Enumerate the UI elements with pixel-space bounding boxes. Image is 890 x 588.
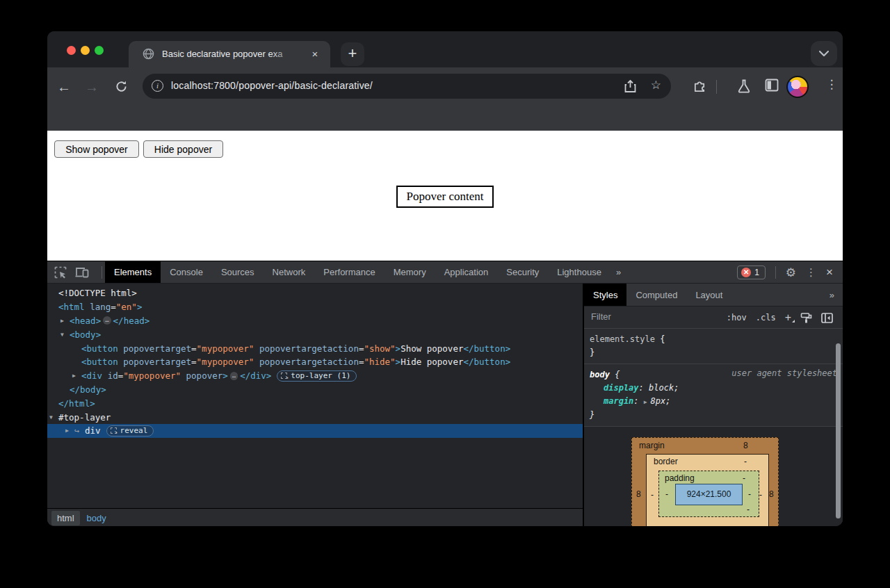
zoom-window-button[interactable] <box>95 46 104 55</box>
devtools-tab-security[interactable]: Security <box>497 261 548 283</box>
devtools-tab-performance[interactable]: Performance <box>314 261 384 283</box>
dom-badge-reveal[interactable]: reveal <box>106 425 154 436</box>
new-style-rule-button[interactable]: + <box>785 311 791 324</box>
more-sidebar-tabs-chevron[interactable]: » <box>825 284 839 307</box>
padding-right-value[interactable]: - <box>748 489 751 499</box>
padding-top-value[interactable]: - <box>743 473 745 483</box>
pseudo-state-toggle[interactable]: :hov <box>727 313 747 322</box>
breadcrumb-body[interactable]: body <box>81 511 112 525</box>
dom-tree-row[interactable]: ▶↪divreveal <box>47 424 583 438</box>
sidebar-tab-layout[interactable]: Layout <box>686 284 731 306</box>
browser-menu-icon[interactable]: ⋮ <box>825 77 839 92</box>
dom-tree-row[interactable]: <button popovertarget="mypopover" popove… <box>47 355 583 369</box>
dom-tree-row[interactable]: ▶<div id="mypopover" popover>…</div>top-… <box>47 369 583 383</box>
devtools-tab-memory[interactable]: Memory <box>385 261 435 283</box>
margin-left-value[interactable]: 8 <box>636 489 641 499</box>
collapse-arrow-icon[interactable]: ▼ <box>49 414 58 420</box>
padding-label: padding <box>665 473 695 483</box>
share-icon[interactable] <box>624 79 636 93</box>
browser-tab[interactable]: Basic declarative popover exa × <box>129 41 330 67</box>
address-bar[interactable]: i localhost:7800/popover-api/basic-decla… <box>143 74 671 99</box>
devtools-panel: ElementsConsoleSourcesNetworkPerformance… <box>47 261 843 526</box>
dom-tree-row[interactable]: </html> <box>47 396 583 410</box>
tab-close-button[interactable]: × <box>308 47 322 61</box>
profile-avatar[interactable] <box>786 76 809 98</box>
box-model-border[interactable]: border - - - padding - - - - <box>646 454 769 526</box>
devtools-tab-application[interactable]: Application <box>435 261 498 283</box>
dom-tree-row[interactable]: ▶<head>…</head> <box>47 314 583 328</box>
devtools-tab-lighthouse[interactable]: Lighthouse <box>548 261 610 283</box>
styles-scrollbar[interactable] <box>836 343 841 518</box>
extensions-icon[interactable] <box>693 79 709 95</box>
rendering-emulation-icon[interactable] <box>800 312 812 324</box>
settings-gear-icon[interactable]: ⚙ <box>786 266 796 280</box>
inspect-element-icon[interactable] <box>54 266 67 279</box>
close-window-button[interactable] <box>67 46 76 55</box>
styles-sidebar: StylesComputedLayout » Filter :hov .cls … <box>584 284 843 526</box>
sidebar-tab-computed[interactable]: Computed <box>626 284 686 306</box>
style-rule-element-style[interactable]: element.style {} <box>584 329 843 364</box>
padding-left-value[interactable]: - <box>665 489 668 499</box>
breadcrumb-html[interactable]: html <box>51 511 80 525</box>
computed-sidebar-toggle-icon[interactable] <box>821 313 833 323</box>
expand-ellipsis-icon[interactable]: … <box>103 316 111 325</box>
expand-arrow-icon[interactable]: ▶ <box>60 318 70 324</box>
dom-tree-row[interactable]: ▼<body> <box>47 327 583 341</box>
dom-tree-row[interactable]: <!DOCTYPE html> <box>47 286 583 300</box>
bookmark-star-icon[interactable]: ☆ <box>651 78 661 92</box>
tab-search-button[interactable] <box>811 41 837 66</box>
experiments-flask-icon[interactable] <box>737 79 754 95</box>
box-model-margin[interactable]: margin 8 8 8 border - - - padding <box>631 437 779 526</box>
reload-button[interactable] <box>113 79 129 95</box>
expand-shorthand-icon[interactable]: ▶ <box>644 399 651 405</box>
more-panels-chevron[interactable]: » <box>610 261 626 283</box>
show-popover-button[interactable]: Show popover <box>54 140 139 158</box>
dom-code-text: > <box>396 357 401 367</box>
dom-code-text: </html> <box>58 398 95 409</box>
box-model-padding[interactable]: padding - - - - 924×21.500 <box>658 471 759 517</box>
dom-tree-row[interactable]: ▼#top-layer <box>47 410 583 424</box>
styles-filter-input[interactable]: Filter <box>591 311 709 322</box>
side-panel-icon[interactable] <box>765 79 782 95</box>
devtools-tab-sources[interactable]: Sources <box>212 261 264 283</box>
collapse-arrow-icon[interactable]: ▼ <box>60 332 70 338</box>
minimize-window-button[interactable] <box>81 46 90 55</box>
style-rule-body[interactable]: body {user agent stylesheetdisplay: bloc… <box>584 364 843 427</box>
expand-arrow-icon[interactable]: ▶ <box>72 373 81 379</box>
padding-bottom-value[interactable]: - <box>747 505 750 514</box>
dom-badge-top-layer[interactable]: top-layer (1) <box>277 370 357 382</box>
element-class-toggle[interactable]: .cls <box>756 313 776 322</box>
margin-top-value[interactable]: 8 <box>743 441 748 450</box>
sidebar-tab-styles[interactable]: Styles <box>584 284 626 306</box>
border-right-value[interactable]: - <box>759 490 762 500</box>
devtools-tab-network[interactable]: Network <box>264 261 315 283</box>
back-button[interactable]: ← <box>56 79 72 95</box>
border-left-value[interactable]: - <box>651 490 654 500</box>
dom-tree-row[interactable]: <button popovertarget="mypopover" popove… <box>47 341 583 355</box>
dom-code-text <box>254 343 259 354</box>
dom-code-text: popovertarget <box>123 357 191 367</box>
border-top-value[interactable]: - <box>744 457 747 466</box>
new-tab-button[interactable]: + <box>341 42 364 66</box>
margin-right-value[interactable]: 8 <box>769 489 774 499</box>
devtools-menu-icon[interactable]: ⋮ <box>806 266 816 279</box>
dom-code-text: popovertargetaction <box>259 343 359 354</box>
css-property-margin[interactable]: margin: ▶ 8px; <box>590 395 837 409</box>
error-badge[interactable]: ✕ 1 <box>737 266 766 279</box>
expand-ellipsis-icon[interactable]: … <box>230 372 238 380</box>
hide-popover-button[interactable]: Hide popover <box>143 140 223 158</box>
dom-tree-row[interactable]: <html lang="en"> <box>47 300 583 314</box>
device-toolbar-icon[interactable] <box>75 266 89 278</box>
property-name: display <box>604 383 639 393</box>
dom-tree-row[interactable]: </body> <box>47 383 583 397</box>
forward-button[interactable]: → <box>83 79 100 95</box>
site-info-icon[interactable]: i <box>152 80 163 92</box>
devtools-tab-elements[interactable]: Elements <box>105 261 161 283</box>
devtools-close-icon[interactable]: × <box>826 266 833 279</box>
box-model-content[interactable]: 924×21.500 <box>675 484 743 505</box>
dom-code-text: popovertarget <box>123 343 191 354</box>
expand-arrow-icon[interactable]: ▶ <box>65 427 74 434</box>
css-property-display[interactable]: display: block; <box>590 382 837 395</box>
devtools-tab-console[interactable]: Console <box>161 261 212 283</box>
dom-code-text: popovertargetaction <box>259 357 359 367</box>
